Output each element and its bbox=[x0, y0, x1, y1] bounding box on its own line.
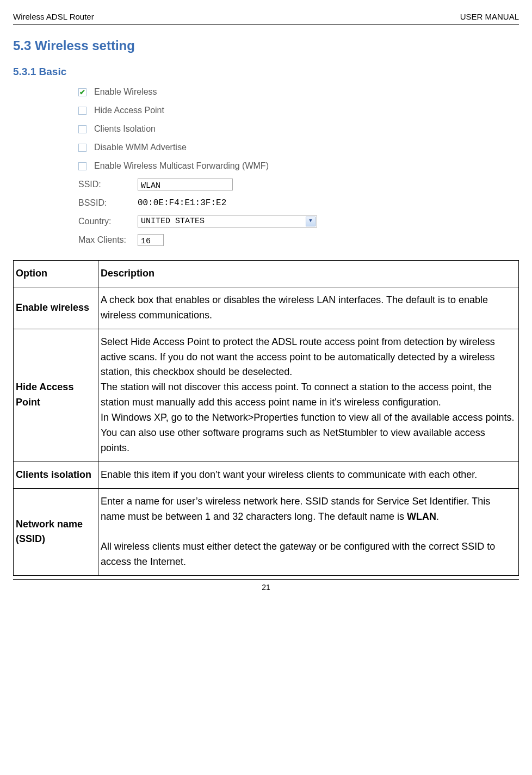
checkbox-hide-access-point[interactable] bbox=[78, 107, 86, 115]
field-row-country: Country: UNITED STATES ▼ bbox=[78, 212, 519, 231]
cell-description: Select Hide Access Point to protect the … bbox=[98, 329, 519, 462]
checkbox-disable-wmm[interactable] bbox=[78, 144, 86, 152]
table-row: Hide Access Point Select Hide Access Poi… bbox=[14, 329, 519, 462]
header-rule bbox=[13, 24, 519, 25]
cell-description: Enter a name for user’s wireless network… bbox=[98, 488, 519, 575]
checkbox-row-enable-wireless: Enable Wireless bbox=[78, 83, 519, 101]
checkbox-label: Clients Isolation bbox=[94, 122, 156, 136]
country-select-value: UNITED STATES bbox=[141, 216, 205, 228]
footer-rule bbox=[13, 579, 519, 580]
maxclients-input[interactable]: 16 bbox=[138, 234, 164, 246]
field-row-bssid: BSSID: 00:0E:F4:E1:3F:E2 bbox=[78, 194, 519, 212]
table-row: Network name (SSID) Enter a name for use… bbox=[14, 488, 519, 575]
checkbox-row-clients-isolation: Clients Isolation bbox=[78, 120, 519, 138]
ssid-input[interactable]: WLAN bbox=[138, 179, 233, 190]
checkbox-row-hide-ap: Hide Access Point bbox=[78, 101, 519, 120]
checkbox-label: Disable WMM Advertise bbox=[94, 141, 187, 154]
th-option: Option bbox=[14, 261, 98, 287]
checkbox-row-enable-wmf: Enable Wireless Multicast Forwarding (WM… bbox=[78, 157, 519, 175]
cell-option: Hide Access Point bbox=[14, 329, 98, 462]
table-row: Clients isolation Enable this item if yo… bbox=[14, 462, 519, 488]
table-header-row: Option Description bbox=[14, 261, 519, 287]
subsection-title: 5.3.1 Basic bbox=[13, 64, 519, 80]
checkbox-row-disable-wmm: Disable WMM Advertise bbox=[78, 138, 519, 157]
cell-description: A check box that enables or disables the… bbox=[98, 287, 519, 329]
th-description: Description bbox=[98, 261, 519, 287]
checkbox-enable-wireless[interactable] bbox=[78, 88, 86, 96]
options-table: Option Description Enable wireless A che… bbox=[13, 260, 519, 576]
bssid-label: BSSID: bbox=[78, 196, 135, 210]
page-header: Wireless ADSL Router USER MANUAL bbox=[13, 11, 519, 23]
ssid-label: SSID: bbox=[78, 178, 135, 191]
maxclients-label: Max Clients: bbox=[78, 233, 135, 247]
header-right: USER MANUAL bbox=[460, 11, 519, 23]
cell-option: Network name (SSID) bbox=[14, 488, 98, 575]
checkbox-label: Hide Access Point bbox=[94, 104, 164, 117]
cell-option: Clients isolation bbox=[14, 462, 98, 488]
table-row: Enable wireless A check box that enables… bbox=[14, 287, 519, 329]
bssid-value: 00:0E:F4:E1:3F:E2 bbox=[138, 196, 226, 210]
header-left: Wireless ADSL Router bbox=[13, 11, 94, 23]
section-title: 5.3 Wireless setting bbox=[13, 36, 519, 56]
field-row-maxclients: Max Clients: 16 bbox=[78, 231, 519, 249]
chevron-down-icon: ▼ bbox=[306, 217, 316, 226]
checkbox-label: Enable Wireless bbox=[94, 85, 157, 99]
wireless-basic-form: Enable Wireless Hide Access Point Client… bbox=[78, 83, 519, 249]
checkbox-label: Enable Wireless Multicast Forwarding (WM… bbox=[94, 159, 269, 173]
checkbox-clients-isolation[interactable] bbox=[78, 125, 86, 133]
checkbox-enable-wmf[interactable] bbox=[78, 162, 86, 170]
cell-description: Enable this item if you don’t want your … bbox=[98, 462, 519, 488]
country-select[interactable]: UNITED STATES ▼ bbox=[138, 216, 317, 227]
page-number: 21 bbox=[13, 582, 519, 593]
country-label: Country: bbox=[78, 215, 135, 228]
field-row-ssid: SSID: WLAN bbox=[78, 175, 519, 194]
cell-option: Enable wireless bbox=[14, 287, 98, 329]
